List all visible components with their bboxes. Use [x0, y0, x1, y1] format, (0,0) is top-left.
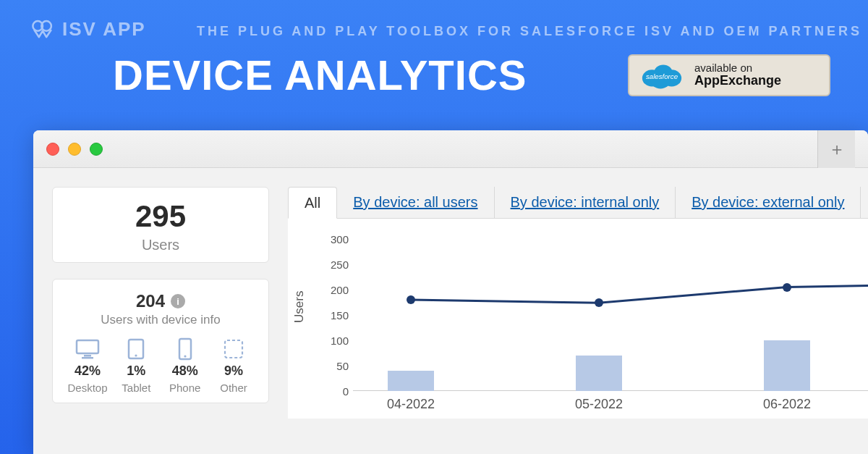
- svg-rect-9: [82, 357, 93, 359]
- device-other: 9% Other: [210, 337, 257, 394]
- minimize-window-button[interactable]: [68, 143, 81, 156]
- svg-point-11: [135, 354, 137, 356]
- desktop-icon: [75, 337, 100, 361]
- plus-icon: ＋: [828, 138, 846, 161]
- page-title: DEVICE ANALYTICS: [113, 51, 527, 99]
- tab-by-device-internal[interactable]: By device: internal only: [495, 187, 676, 218]
- svg-point-13: [184, 355, 186, 357]
- total-users-card: 295 Users: [52, 187, 269, 263]
- appexchange-text: available on AppExchange: [694, 62, 781, 88]
- phone-icon: [178, 337, 192, 361]
- logo-glyph-icon: [30, 20, 55, 40]
- tab-by-device-all[interactable]: By device: all users: [337, 187, 494, 218]
- tablet-icon: [127, 337, 145, 361]
- chart-plot: 050100150200250300: [353, 239, 868, 391]
- device-desktop: 42% Desktop: [64, 337, 111, 394]
- chart-bar: [388, 371, 434, 391]
- chart-y-tick: 150: [315, 309, 349, 321]
- chart-x-tick: 06-2022: [763, 397, 811, 412]
- svg-rect-7: [77, 340, 98, 353]
- chart-marker: [407, 295, 415, 304]
- svg-rect-14: [225, 340, 242, 358]
- chart-area: Users 050100150200250300 04-202205-20220…: [288, 219, 868, 419]
- svg-text:salesforce: salesforce: [646, 72, 678, 80]
- browser-window: ＋ 295 Users 204 i Users with device info: [33, 130, 868, 454]
- device-breakdown: 42% Desktop 1% Tablet 48%: [61, 337, 260, 394]
- salesforce-cloud-icon: salesforce: [639, 61, 684, 90]
- close-window-button[interactable]: [46, 143, 59, 156]
- chart-y-tick: 0: [315, 385, 349, 398]
- device-phone: 48% Phone: [162, 337, 208, 394]
- device-info-value: 204: [136, 291, 165, 311]
- tagline: THE PLUG AND PLAY TOOLBOX FOR SALESFORCE…: [197, 24, 862, 39]
- device-info-label: Users with device info: [61, 313, 260, 327]
- brand-logo: ISV APP: [30, 18, 146, 41]
- brand-name: ISV APP: [62, 18, 146, 41]
- svg-rect-8: [84, 355, 91, 357]
- chart-x-tick: 04-2022: [387, 397, 435, 412]
- chart-y-tick: 100: [315, 335, 349, 347]
- chart-marker: [595, 298, 603, 307]
- total-users-label: Users: [61, 237, 260, 253]
- other-icon: [223, 337, 244, 361]
- device-tablet: 1% Tablet: [113, 337, 159, 394]
- appexchange-badge[interactable]: salesforce available on AppExchange: [628, 54, 830, 96]
- chart-marker: [783, 283, 791, 292]
- chart-x-labels: 04-202205-202206-2022: [353, 397, 868, 419]
- tab-all[interactable]: All: [288, 187, 337, 219]
- window-titlebar: ＋: [33, 130, 868, 168]
- chart-bar: [576, 356, 622, 391]
- window-controls: [46, 143, 103, 156]
- chart-y-tick: 250: [315, 258, 349, 271]
- tab-by-device-external[interactable]: By device: external only: [676, 187, 861, 218]
- chart-y-tick: 300: [315, 233, 349, 245]
- total-users-value: 295: [61, 199, 260, 234]
- new-tab-button[interactable]: ＋: [817, 130, 855, 168]
- chart-y-axis-label: Users: [292, 290, 307, 322]
- chart-tabs: All By device: all users By device: inte…: [288, 187, 868, 219]
- chart-y-tick: 200: [315, 284, 349, 296]
- chart-x-tick: 05-2022: [575, 397, 623, 412]
- maximize-window-button[interactable]: [90, 143, 103, 156]
- info-icon[interactable]: i: [171, 294, 185, 308]
- chart-y-tick: 50: [315, 360, 349, 372]
- device-info-card: 204 i Users with device info 42% Desktop: [52, 279, 269, 403]
- chart-bar: [764, 340, 810, 391]
